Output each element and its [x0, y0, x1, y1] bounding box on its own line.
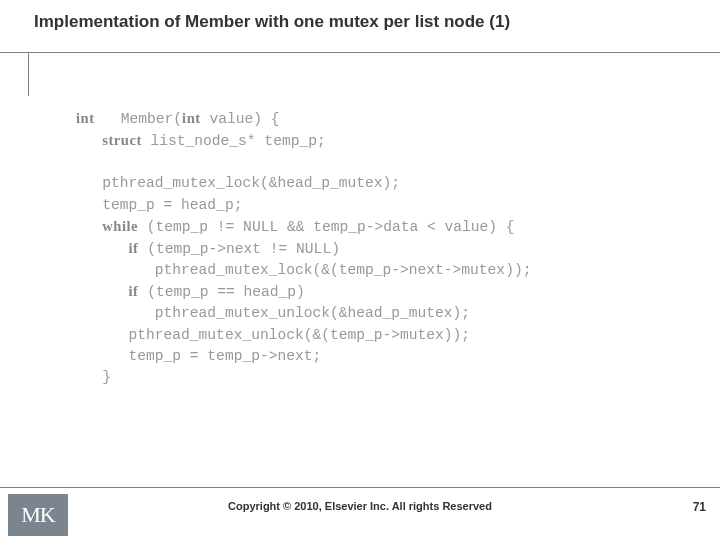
code-frag: pthread_mutex_lock(&head_p_mutex); — [76, 175, 400, 191]
code-frag — [76, 219, 102, 235]
kw-struct: struct — [102, 132, 141, 148]
code-frag: Member( — [95, 111, 183, 127]
code-frag — [76, 284, 129, 300]
title-bar: Implementation of Member with one mutex … — [0, 12, 720, 64]
code-frag — [76, 133, 102, 149]
code-frag: temp_p = head_p; — [76, 197, 242, 213]
code-frag: (temp_p == head_p) — [138, 284, 304, 300]
page-number: 71 — [693, 500, 706, 514]
title-rule-vertical — [28, 52, 29, 96]
code-frag: (temp_p != NULL && temp_p->data < value)… — [138, 219, 515, 235]
footer-rule — [0, 487, 720, 488]
kw-if-2: if — [129, 283, 139, 299]
code-frag: pthread_mutex_lock(&(temp_p->next->mutex… — [76, 262, 531, 278]
kw-if-1: if — [129, 240, 139, 256]
kw-int-2: int — [182, 110, 201, 126]
code-frag: value) { — [201, 111, 280, 127]
code-listing: int Member(int value) { struct list_node… — [76, 108, 531, 388]
code-frag: pthread_mutex_unlock(&head_p_mutex); — [76, 305, 470, 321]
slide-title: Implementation of Member with one mutex … — [34, 12, 510, 32]
kw-while: while — [102, 218, 138, 234]
code-frag: } — [76, 369, 111, 385]
code-frag: list_node_s* temp_p; — [142, 133, 326, 149]
copyright-notice: Copyright © 2010, Elsevier Inc. All righ… — [0, 500, 720, 512]
title-rule-horizontal — [0, 52, 720, 53]
code-frag: (temp_p->next != NULL) — [138, 241, 339, 257]
code-frag: temp_p = temp_p->next; — [76, 348, 321, 364]
code-frag: pthread_mutex_unlock(&(temp_p->mutex)); — [76, 327, 470, 343]
code-frag — [76, 241, 129, 257]
kw-int: int — [76, 110, 95, 126]
